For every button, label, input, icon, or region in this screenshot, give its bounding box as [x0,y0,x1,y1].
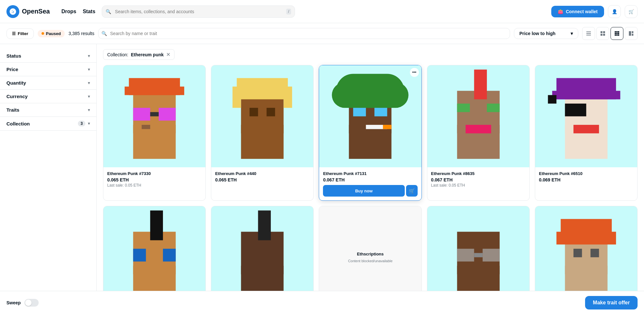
collection-filter-value: Ethereum punk [131,52,164,57]
sidebar-section-currency-header[interactable]: Currency ▾ [0,90,96,103]
sidebar-section-price-header[interactable]: Price ▾ [0,63,96,76]
view-buttons [582,27,638,40]
nft-last-sale: Last sale: 0.05 ETH [107,183,202,188]
results-count: 3,385 results [69,31,94,36]
svg-rect-11 [615,33,616,34]
global-search: 🔍 / [102,5,295,18]
user-icon-button[interactable]: 👤 [608,5,621,18]
chevron-down-icon: ▾ [88,121,90,126]
chevron-down-icon: ▾ [88,67,90,72]
status-badge: Paused [38,30,65,37]
svg-rect-6 [601,34,602,36]
nft-name: Ethereum Punk #6510 [539,171,633,176]
svg-rect-83 [591,249,599,257]
svg-rect-16 [618,34,619,36]
nft-card[interactable]: Ethereum Punk #6510 0.069 ETH [535,65,638,201]
sweep-toggle-switch[interactable] [24,299,39,307]
svg-rect-75 [482,249,499,262]
connect-wallet-button[interactable]: 👛 Connect wallet [551,6,604,17]
view-grid-medium-button[interactable] [611,27,623,40]
svg-rect-45 [383,125,392,129]
svg-rect-5 [603,31,605,33]
sort-label: Price low to high [519,31,555,36]
nft-image [427,65,529,167]
nft-image [535,65,637,167]
chevron-down-icon: ▾ [88,94,90,99]
nft-card[interactable]: Ethereum Punk #440 0.065 ETH [211,65,314,201]
trait-search-input[interactable] [98,28,510,39]
svg-rect-43 [374,108,387,116]
nft-price: 0.067 ETH [323,177,417,182]
nft-name: Ethereum Punk #7131 [323,171,417,176]
filter-icon: ☰ [12,31,16,36]
svg-rect-59 [565,104,586,116]
nav-drops[interactable]: Drops [62,7,76,16]
more-options-button[interactable]: ••• [410,68,419,77]
make-trait-offer-button[interactable]: Make trait offer [585,296,638,309]
sidebar-price-label: Price [6,67,18,72]
svg-rect-12 [616,33,618,34]
nft-card[interactable]: ••• [319,65,421,201]
sidebar-section-quantity: Quantity ▾ [0,76,96,90]
logo[interactable]: OpenSea [6,5,50,18]
chevron-down-icon: ▾ [88,108,90,112]
svg-rect-34 [284,87,292,108]
sidebar-collection-label: Collection [6,121,30,126]
svg-rect-50 [457,104,470,112]
nft-image [211,65,313,167]
sidebar-traits-label: Traits [6,107,19,113]
placeholder-title: Ethscriptions [357,252,384,256]
nft-name: Ethereum Punk #440 [215,171,309,176]
nft-image: ••• [319,65,421,167]
sidebar-section-currency: Currency ▾ [0,90,96,103]
view-grid-large-button[interactable] [625,27,638,40]
svg-rect-52 [466,125,491,133]
header: OpenSea Drops Stats 🔍 / 👛 Connect wallet… [0,0,644,23]
sidebar-status-label: Status [6,53,21,59]
nft-card[interactable]: Ethereum Punk #7330 0.065 ETH Last sale:… [103,65,206,201]
trait-search-icon: 🔍 [101,31,107,36]
buy-now-row: Buy now 🛒 [323,185,417,197]
sidebar-section-quantity-header[interactable]: Quantity ▾ [0,76,96,89]
sidebar-section-status: Status ▾ [0,49,96,63]
svg-rect-33 [232,87,241,108]
buy-now-button[interactable]: Buy now [323,185,404,197]
nft-name: Ethereum Punk #7330 [107,171,202,176]
svg-rect-41 [332,82,409,108]
svg-rect-10 [618,31,619,32]
nft-grid: Ethereum Punk #7330 0.065 ETH Last sale:… [103,65,638,312]
add-to-cart-button[interactable]: 🛒 [406,185,418,197]
svg-rect-19 [632,34,633,36]
view-list-button[interactable] [582,27,595,40]
view-grid-small-button[interactable] [596,27,609,40]
svg-rect-81 [556,232,616,245]
nft-info: Ethereum Punk #7330 0.065 ETH Last sale:… [103,167,205,191]
nft-price: 0.065 ETH [215,177,309,182]
logo-icon [6,5,19,18]
collection-filter-prefix: Collection: [107,52,128,57]
svg-rect-9 [616,31,618,32]
svg-rect-49 [474,69,487,99]
sidebar-section-collection-header[interactable]: Collection 3 ▾ [0,117,96,130]
sidebar-section-traits-header[interactable]: Traits ▾ [0,103,96,116]
filter-button[interactable]: ☰ Filter [6,28,34,39]
main-nav: Drops Stats [62,7,95,16]
global-search-input[interactable] [102,5,295,18]
keyboard-shortcut: / [286,9,291,14]
remove-collection-filter[interactable]: ✕ [166,51,170,58]
nft-card[interactable]: Ethereum Punk #8635 0.067 ETH Last sale:… [427,65,530,201]
svg-rect-42 [353,108,366,116]
nft-price: 0.065 ETH [107,177,202,182]
chevron-down-icon: ▾ [88,54,90,58]
svg-rect-14 [615,34,616,36]
nft-price: 0.069 ETH [539,177,633,182]
cart-icon-button[interactable]: 🛒 [625,5,638,18]
chevron-down-icon: ▾ [571,31,573,36]
nav-stats[interactable]: Stats [83,7,95,16]
sidebar-section-status-header[interactable]: Status ▾ [0,49,96,62]
toggle-knob [25,300,32,306]
sort-dropdown[interactable]: Price low to high ▾ [514,28,578,39]
svg-rect-26 [159,108,176,121]
nft-info: Ethereum Punk #7131 0.067 ETH Buy now 🛒 [319,167,421,200]
collection-filter-tag: Collection: Ethereum punk ✕ [103,49,175,60]
